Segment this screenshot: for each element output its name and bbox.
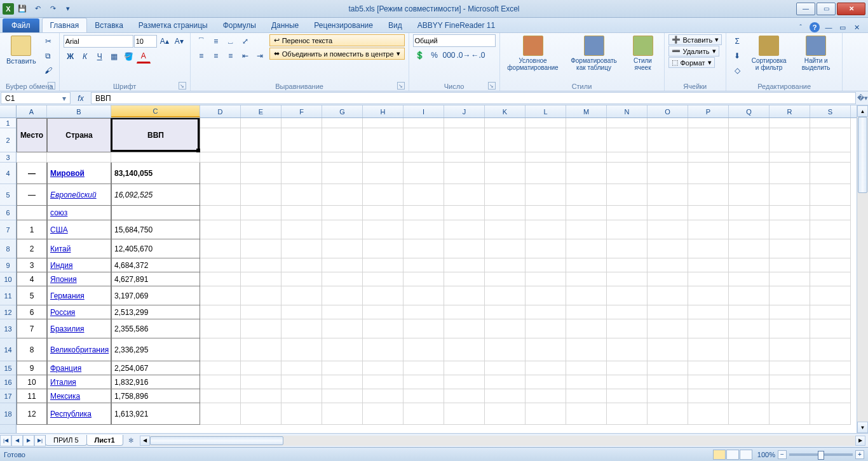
- vscroll-thumb[interactable]: [858, 117, 867, 193]
- sheet-tab-list1[interactable]: Лист1: [86, 435, 123, 446]
- sheet-tab-pril5[interactable]: ПРИЛ 5: [45, 435, 87, 446]
- maximize-button[interactable]: ▭: [817, 3, 836, 15]
- cell-C6[interactable]: [111, 206, 200, 220]
- column-header-I[interactable]: I: [403, 105, 444, 117]
- column-header-N[interactable]: N: [607, 105, 648, 117]
- conditional-formatting-button[interactable]: Условное форматирование: [504, 34, 562, 72]
- column-header-A[interactable]: A: [17, 105, 47, 117]
- font-name-combo[interactable]: [64, 35, 133, 48]
- cell-C14[interactable]: 2,336,295: [111, 338, 200, 361]
- cell-C13[interactable]: 2,355,586: [111, 319, 200, 338]
- cell-A6[interactable]: [17, 206, 47, 220]
- name-box-dropdown-icon[interactable]: ▾: [62, 94, 66, 103]
- column-header-E[interactable]: E: [241, 105, 281, 117]
- cell-A12[interactable]: 6: [17, 305, 47, 319]
- align-right-icon[interactable]: ≡: [224, 49, 238, 63]
- cell-C8[interactable]: 12,405,670: [111, 239, 200, 258]
- cell-B5[interactable]: Европейский: [47, 184, 111, 206]
- increase-indent-icon[interactable]: ⇥: [253, 49, 267, 63]
- cell-C7[interactable]: 15,684,750: [111, 220, 200, 239]
- align-center-icon[interactable]: ≡: [209, 49, 223, 63]
- align-top-icon[interactable]: ⎴: [194, 34, 208, 48]
- cell-A15[interactable]: 9: [17, 361, 47, 375]
- cell-A8[interactable]: 2: [17, 239, 47, 258]
- minimize-button[interactable]: —: [796, 3, 815, 15]
- cell-A14[interactable]: 8: [17, 338, 47, 361]
- cell-grid[interactable]: МестоСтранаВВП—Мировой83,140,055—Европей…: [17, 118, 857, 433]
- cell-B1[interactable]: Страна: [47, 118, 111, 152]
- column-header-R[interactable]: R: [770, 105, 810, 117]
- horizontal-scrollbar[interactable]: ◀ ▶: [140, 436, 865, 446]
- row-header-3[interactable]: 3: [0, 152, 16, 163]
- fill-icon[interactable]: ⬇: [730, 49, 744, 63]
- cell-A13[interactable]: 7: [17, 319, 47, 338]
- name-box[interactable]: C1▾: [1, 92, 71, 104]
- cell-B6[interactable]: союз: [47, 206, 111, 220]
- doc-close-icon[interactable]: ✕: [851, 22, 862, 32]
- merge-center-button[interactable]: ⬌Объединить и поместить в центре ▾: [269, 48, 405, 60]
- format-as-table-button[interactable]: Форматировать как таблицу: [565, 34, 623, 72]
- cell-B17[interactable]: Мексика: [47, 389, 111, 403]
- page-break-view-icon[interactable]: [740, 450, 752, 460]
- tab-data[interactable]: Данные: [264, 18, 306, 32]
- row-header-16[interactable]: 16: [0, 375, 16, 389]
- help-icon[interactable]: ?: [810, 22, 820, 32]
- copy-icon[interactable]: ⧉: [41, 49, 55, 63]
- row-header-7[interactable]: 7: [0, 220, 16, 239]
- number-launcher-icon[interactable]: ↘: [488, 82, 496, 90]
- tab-nav-last-icon[interactable]: ▶|: [34, 435, 46, 446]
- alignment-launcher-icon[interactable]: ↘: [397, 82, 405, 90]
- cell-C4[interactable]: 83,140,055: [111, 163, 200, 184]
- zoom-in-icon[interactable]: +: [855, 450, 864, 459]
- cell-A18[interactable]: 12: [17, 403, 47, 425]
- cell-B4[interactable]: Мировой: [47, 163, 111, 184]
- cell-A10[interactable]: 4: [17, 272, 47, 286]
- italic-button[interactable]: К: [78, 50, 92, 63]
- zoom-slider[interactable]: [789, 453, 853, 456]
- doc-minimize-icon[interactable]: —: [824, 22, 834, 32]
- column-header-F[interactable]: F: [281, 105, 322, 117]
- cell-A17[interactable]: 11: [17, 389, 47, 403]
- cell-A4[interactable]: —: [17, 163, 47, 184]
- row-header-11[interactable]: 11: [0, 286, 16, 305]
- minimize-ribbon-icon[interactable]: ˆ: [796, 22, 806, 32]
- wrap-text-button[interactable]: ↩Перенос текста: [269, 34, 405, 46]
- borders-icon[interactable]: ▦: [107, 50, 121, 63]
- column-header-C[interactable]: C: [111, 105, 200, 117]
- cell-B15[interactable]: Франция: [47, 361, 111, 375]
- cell-C16[interactable]: 1,832,916: [111, 375, 200, 389]
- row-header-14[interactable]: 14: [0, 338, 16, 361]
- formula-input[interactable]: ВВП: [91, 92, 856, 104]
- orientation-icon[interactable]: ⤢: [238, 34, 252, 48]
- cell-A1[interactable]: Место: [17, 118, 47, 152]
- vertical-scrollbar[interactable]: ▲ ▼: [857, 105, 868, 433]
- cell-C18[interactable]: 1,613,921: [111, 403, 200, 425]
- column-header-P[interactable]: P: [688, 105, 729, 117]
- align-middle-icon[interactable]: ≡: [209, 34, 223, 48]
- normal-view-icon[interactable]: [713, 450, 726, 460]
- row-header-17[interactable]: 17: [0, 389, 16, 403]
- find-select-button[interactable]: Найти и выделить: [794, 34, 838, 72]
- row-header-9[interactable]: 9: [0, 258, 16, 272]
- tab-review[interactable]: Рецензирование: [306, 18, 381, 32]
- row-header-4[interactable]: 4: [0, 163, 16, 184]
- qat-customize-icon[interactable]: ▾: [61, 2, 75, 16]
- scroll-up-icon[interactable]: ▲: [857, 105, 868, 117]
- column-header-D[interactable]: D: [200, 105, 241, 117]
- column-header-K[interactable]: K: [485, 105, 526, 117]
- row-header-1[interactable]: 1: [0, 118, 16, 128]
- column-header-S[interactable]: S: [810, 105, 851, 117]
- cell-B10[interactable]: Япония: [47, 272, 111, 286]
- column-header-J[interactable]: J: [444, 105, 485, 117]
- column-header-B[interactable]: B: [47, 105, 111, 117]
- excel-icon[interactable]: X: [3, 3, 14, 15]
- clipboard-launcher-icon[interactable]: ↘: [48, 82, 55, 90]
- cell-C12[interactable]: 2,513,299: [111, 305, 200, 319]
- column-header-O[interactable]: O: [648, 105, 688, 117]
- row-header-13[interactable]: 13: [0, 319, 16, 338]
- column-header-H[interactable]: H: [363, 105, 403, 117]
- align-bottom-icon[interactable]: ⎵: [224, 34, 238, 48]
- tab-view[interactable]: Вид: [381, 18, 410, 32]
- currency-icon[interactable]: 💲: [413, 48, 427, 62]
- column-header-M[interactable]: M: [566, 105, 607, 117]
